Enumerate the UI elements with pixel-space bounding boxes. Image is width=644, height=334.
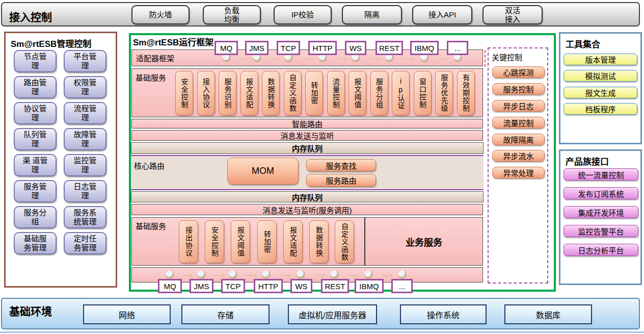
tools-title: 工具集合 xyxy=(566,37,600,50)
key-control-title: 关键控制 xyxy=(492,52,522,62)
key-control-panel: 关键控制 心跳探测服务控制异步日志流量控制故障隔离异步流水异常处理 xyxy=(488,47,548,284)
adapter-framework-label: 适配器框架 xyxy=(136,53,174,63)
service-box-in: 转加密 xyxy=(305,71,323,115)
product-item: 统一流量控制 xyxy=(564,168,638,181)
management-item: 日志管理 xyxy=(64,180,106,202)
adapter-keycontrol-connector xyxy=(485,50,486,67)
flow-arrow-icon: ⟶ xyxy=(302,54,313,63)
access-control-title: 接入控制 xyxy=(9,9,52,24)
access-control-item: IP校验 xyxy=(274,5,332,24)
product-family-title: 产品族接口 xyxy=(566,155,609,167)
connector-dot xyxy=(197,270,206,279)
management-item: 服务系统管理 xyxy=(64,206,106,228)
smart-routing-bar: 智能路由 xyxy=(131,119,483,129)
service-box-in: 数据转换 xyxy=(262,71,280,115)
message-listen-bar: 消息发送与监听 xyxy=(131,130,483,141)
tool-item: 版本管理 xyxy=(564,54,637,65)
service-lookup-box: 服务查找 xyxy=(306,159,376,171)
esb-architecture-diagram: 接入控制 防火墙负载 均衡IP校验隔离接入API双活 接入 Sm@rtESB管理… xyxy=(0,0,644,334)
flow-arrow-icon: ⟶ xyxy=(369,54,380,63)
service-box-out: 报文阈值 xyxy=(231,220,250,263)
bottom-accent-line xyxy=(0,331,644,333)
tools-panel: 工具集合 版本管理模拟测试报文生成档板程序 xyxy=(559,32,642,144)
service-box-out: 数据转换 xyxy=(309,220,329,263)
management-item: 流程管理 xyxy=(64,102,106,124)
service-box-in: 报文阈值 xyxy=(348,71,366,115)
environment-item: 数据库 xyxy=(504,304,592,324)
key-control-item: 流量控制 xyxy=(492,117,545,129)
memory-queue-top-bar: 内存队列 xyxy=(131,142,484,154)
service-box-out: 自定义函数 xyxy=(335,220,354,263)
mom-box: MOM xyxy=(227,158,299,185)
protocol-box-top: TCP xyxy=(277,41,300,55)
service-box-out: 安全控制 xyxy=(205,220,224,263)
protocol-box-bottom: HTTP xyxy=(254,279,283,293)
protocol-box-bottom: JMS xyxy=(190,279,213,293)
access-control-bar: 接入控制 防火墙负载 均衡IP校验隔离接入API双活 接入 xyxy=(1,2,640,27)
management-item: 节点管理 xyxy=(14,50,57,72)
flow-arrow-icon: ⟶ xyxy=(238,54,249,63)
protocol-box-bottom: IBMQ xyxy=(355,279,384,293)
access-control-item: 接入API xyxy=(412,5,472,24)
service-box-in: 安全控制 xyxy=(175,71,193,115)
connector-dot xyxy=(166,270,174,279)
connector-dot xyxy=(330,270,339,279)
management-item: 队列管理 xyxy=(14,128,57,150)
service-box-in: 有效期控制 xyxy=(457,71,475,115)
service-box-in: 服务识别 xyxy=(219,71,236,115)
service-routing-box: 服务路由 xyxy=(306,174,376,187)
service-box-in: 服务分组 xyxy=(370,71,388,115)
protocol-box-top: JMS xyxy=(245,41,269,55)
protocol-box-top: ... xyxy=(447,41,468,55)
service-box-in: 流量控制 xyxy=(327,71,345,115)
runtime-framework-title: Sm@rtESB运行框架 xyxy=(133,35,213,48)
message-listen-call-bar: 消息发送与监听(服务调用) xyxy=(131,204,483,215)
tool-item: 模拟测试 xyxy=(564,70,637,82)
protocol-box-top: REST xyxy=(375,41,403,55)
connector-dot xyxy=(297,270,305,279)
management-item: 基础服务管理 xyxy=(14,232,57,254)
service-box-out: 转加密 xyxy=(257,220,277,263)
basic-services-out-label: 基础服务 xyxy=(136,220,166,231)
protocol-box-bottom: WS xyxy=(290,279,312,293)
business-services-label: 业务服务 xyxy=(365,217,483,266)
key-control-item: 异步日志 xyxy=(492,100,545,112)
protocol-box-top: WS xyxy=(345,41,366,55)
environment-item: 存储 xyxy=(181,304,270,324)
service-box-out: 接出协议 xyxy=(179,220,198,263)
management-title: Sm@rtESB管理控制 xyxy=(11,37,91,49)
flow-arrow-icon: ⟶ xyxy=(438,54,449,63)
protocol-box-bottom: REST xyxy=(321,279,349,293)
access-control-item: 双活 接入 xyxy=(482,5,543,24)
connector-dot xyxy=(229,270,237,279)
connector-dot xyxy=(364,270,373,279)
flow-arrow-icon: ⟶ xyxy=(269,54,280,63)
management-item: 协议管理 xyxy=(14,102,57,124)
runtime-framework-panel: Sm@rtESB运行框架 适配器框架 基础服务 智能路由 消息发送与监听 内存队… xyxy=(129,33,556,292)
protocol-box-bottom: MQ xyxy=(158,279,182,293)
product-item: 日志分析平台 xyxy=(564,244,638,256)
service-box-out: 报文适配 xyxy=(283,220,303,263)
environment-title: 基础环境 xyxy=(9,303,52,318)
protocol-box-top: HTTP xyxy=(308,41,337,55)
protocol-box-top: IBMQ xyxy=(410,41,439,55)
management-item: 服务分组 xyxy=(14,206,57,228)
environment-item: 虚拟机/应用服务器 xyxy=(288,304,377,324)
service-box-in: 自定义函数 xyxy=(284,71,302,115)
product-item: 监控告警平台 xyxy=(564,225,638,237)
flow-arrow-icon: ⟶ xyxy=(336,54,347,63)
connector-dot xyxy=(262,270,271,279)
service-box-in: 服务优先级 xyxy=(435,71,453,115)
product-item: 集成开发环境 xyxy=(564,206,638,218)
access-control-item: 隔离 xyxy=(342,5,402,24)
management-grid: 节点管理平台管理路由管理权限管理协议管理流程管理队列管理故障管理渠 道管理监控管… xyxy=(14,50,106,254)
management-item: 监控管理 xyxy=(64,154,106,176)
service-box-in: 接入协议 xyxy=(197,71,215,115)
protocol-box-bottom: ... xyxy=(391,279,413,293)
management-item: 权限管理 xyxy=(64,76,106,98)
tool-item: 报文生成 xyxy=(564,87,637,98)
management-item: 定时任务管理 xyxy=(64,232,106,254)
service-box-in: 窗口控制 xyxy=(414,71,432,115)
connector-dot xyxy=(398,270,407,279)
key-control-item: 异常处理 xyxy=(492,167,545,178)
